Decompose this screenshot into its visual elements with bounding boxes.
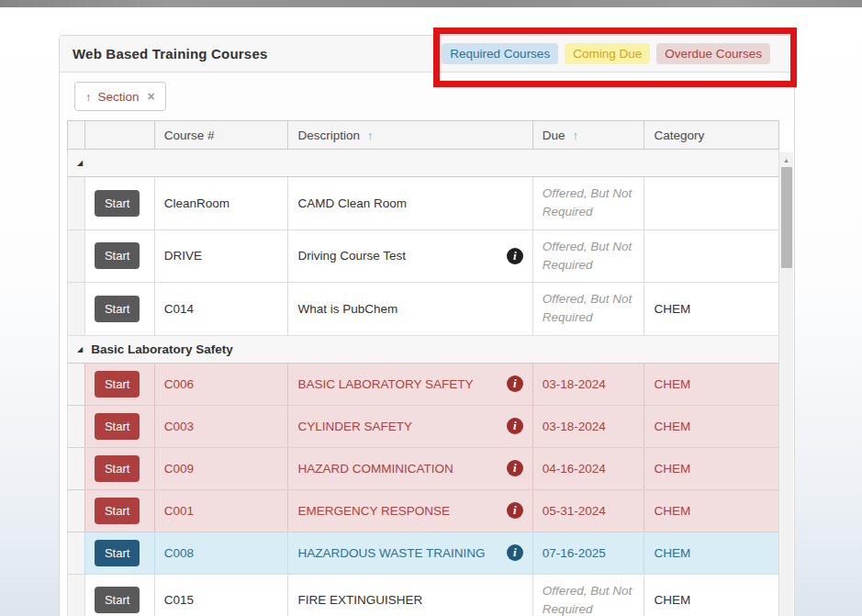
due-cell: 03-18-2024	[533, 406, 645, 447]
table-row: Start C003 CYLINDER SAFETY i 03-18-2024 …	[68, 406, 778, 448]
column-header-label: Category	[654, 129, 704, 142]
category-cell	[644, 230, 778, 283]
start-button[interactable]: Start	[95, 498, 140, 524]
course-number-cell: C009	[155, 448, 289, 489]
start-button[interactable]: Start	[95, 371, 140, 398]
description-cell: FIRE EXTINGUISHER	[288, 575, 532, 616]
panel-heading: Web Based Training Courses Required Cour…	[60, 36, 794, 73]
due-cell: Offered, But Not Required	[533, 177, 645, 230]
category-cell: CHEM	[644, 532, 778, 574]
category-cell: CHEM	[644, 575, 778, 616]
info-icon[interactable]: i	[507, 248, 523, 264]
status-legend: Required CoursesComing DueOverdue Course…	[442, 43, 770, 64]
info-icon[interactable]: i	[507, 418, 523, 434]
category-cell	[644, 177, 778, 230]
group-header-row[interactable]: ◢	[68, 150, 778, 177]
page-title: Web Based Training Courses	[73, 46, 267, 62]
start-button[interactable]: Start	[95, 296, 140, 322]
due-text: Offered, But Not Required	[543, 582, 635, 616]
due-cell: 03-18-2024	[533, 364, 645, 405]
column-header-description[interactable]: Description↑	[288, 121, 532, 149]
group-header-row[interactable]: ◢ Basic Laboratory Safety	[68, 336, 778, 364]
due-cell: 05-31-2024	[533, 490, 645, 532]
info-icon[interactable]: i	[507, 375, 523, 392]
table-row: Start C008 HAZARDOUS WASTE TRAINING i 07…	[68, 532, 778, 575]
start-button[interactable]: Start	[95, 455, 140, 482]
action-cell: Start	[85, 490, 155, 532]
action-cell: Start	[85, 177, 155, 230]
due-cell: 07-16-2025	[533, 532, 645, 574]
description-text: What is PubChem	[297, 302, 397, 316]
courses-grid: Course #Description↑Due↑Category ◢ Start…	[67, 120, 779, 616]
info-icon[interactable]: i	[507, 502, 523, 519]
description-cell: Driving Course Test i	[288, 230, 532, 283]
description-text: CYLINDER SAFETY	[297, 420, 412, 433]
course-number-cell: C008	[155, 532, 289, 574]
section-chip-label[interactable]: Section	[98, 90, 140, 104]
grid-body: ◢ Start CleanRoom CAMD Clean Room Offere…	[67, 150, 779, 616]
sort-ascending-icon[interactable]: ↑	[85, 90, 92, 104]
table-row: Start CleanRoom CAMD Clean Room Offered,…	[68, 177, 778, 230]
due-cell: Offered, But Not Required	[533, 230, 645, 283]
description-cell: What is PubChem	[288, 283, 532, 335]
description-cell: CAMD Clean Room	[288, 177, 532, 230]
due-text: Offered, But Not Required	[543, 290, 635, 328]
grouping-filter-bar: ↑ Section ×	[60, 73, 794, 120]
description-text: EMERGENCY RESPONSE	[297, 504, 450, 518]
action-cell: Start	[85, 448, 155, 489]
action-cell: Start	[85, 230, 155, 283]
remove-grouping-icon[interactable]: ×	[148, 89, 155, 104]
category-cell: CHEM	[644, 406, 778, 447]
scrollbar-thumb[interactable]	[781, 167, 792, 268]
course-number-cell: C003	[155, 406, 289, 447]
due-cell: Offered, But Not Required	[533, 283, 645, 335]
due-text: 03-18-2024	[543, 420, 606, 433]
info-icon[interactable]: i	[507, 460, 523, 476]
indent-cell	[68, 406, 85, 447]
legend-pill-required: Required Courses	[442, 43, 558, 64]
indent-cell	[68, 364, 85, 405]
start-button[interactable]: Start	[95, 540, 140, 566]
description-text: CAMD Clean Room	[297, 196, 407, 210]
description-text: Driving Course Test	[297, 249, 406, 263]
start-button[interactable]: Start	[95, 587, 140, 613]
info-icon[interactable]: i	[507, 544, 523, 561]
start-button[interactable]: Start	[95, 413, 140, 440]
description-text: HAZARDOUS WASTE TRAINING	[297, 546, 485, 560]
category-cell: CHEM	[644, 364, 778, 405]
indent-cell	[68, 177, 85, 230]
indent-cell	[68, 230, 85, 283]
column-header-category[interactable]: Category	[644, 121, 778, 149]
table-row: Start C009 HAZARD COMMINICATION i 04-16-…	[68, 448, 778, 490]
action-cell: Start	[85, 283, 155, 335]
course-number-cell: C014	[155, 283, 289, 335]
legend-pill-overdue: Overdue Courses	[656, 43, 770, 64]
scroll-up-icon[interactable]: ▲	[783, 157, 789, 163]
indent-cell	[68, 448, 85, 489]
start-button[interactable]: Start	[95, 242, 140, 269]
collapse-group-icon[interactable]: ◢	[77, 159, 83, 167]
start-button[interactable]: Start	[95, 190, 140, 217]
vertical-scrollbar[interactable]: ▲	[779, 152, 793, 616]
table-row: Start C015 FIRE EXTINGUISHER Offered, Bu…	[68, 575, 778, 616]
due-text: 03-18-2024	[543, 377, 606, 391]
indent-cell	[68, 490, 85, 532]
column-header-label: Due	[543, 129, 565, 142]
action-cell: Start	[85, 532, 155, 574]
sort-ascending-icon[interactable]: ↑	[572, 129, 578, 142]
section-group-chip[interactable]: ↑ Section ×	[74, 82, 166, 111]
course-number-cell: C006	[155, 364, 289, 405]
due-text: 04-16-2024	[543, 462, 606, 476]
course-number-cell: C001	[155, 490, 289, 532]
column-header-course[interactable]: Course #	[155, 121, 289, 149]
action-cell: Start	[85, 364, 155, 405]
collapse-group-icon[interactable]: ◢	[77, 345, 83, 353]
indent-cell	[68, 532, 85, 574]
description-cell: HAZARD COMMINICATION i	[288, 448, 532, 489]
table-row: Start C001 EMERGENCY RESPONSE i 05-31-20…	[68, 490, 778, 532]
due-text: 05-31-2024	[543, 504, 606, 518]
column-header-due[interactable]: Due↑	[533, 121, 645, 149]
description-text: BASIC LABORATORY SAFETY	[297, 377, 473, 391]
sort-ascending-icon[interactable]: ↑	[367, 129, 374, 142]
action-cell: Start	[85, 575, 155, 616]
